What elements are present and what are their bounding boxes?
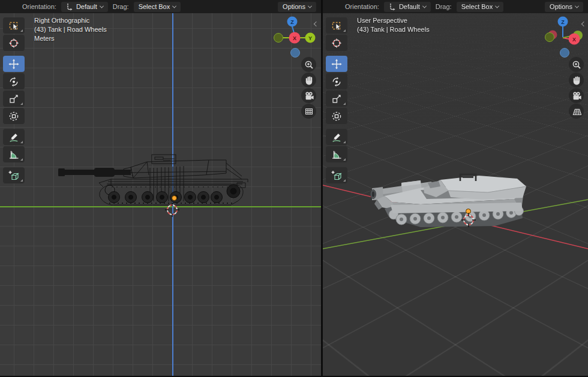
drag-label: Drag: — [436, 3, 452, 10]
viewport-info-text: Right Orthographic (43) Tank | Road Whee… — [34, 16, 107, 43]
rotate-tool-button[interactable] — [3, 73, 25, 89]
camera-view-button[interactable] — [301, 88, 316, 103]
chevron-down-icon — [422, 4, 427, 8]
annotate-tool-button[interactable] — [3, 129, 25, 145]
viewport-nav-buttons — [569, 57, 584, 119]
rotate-tool-button[interactable] — [326, 73, 347, 89]
add-cube-tool-button[interactable] — [3, 167, 25, 183]
cursor-tool-button[interactable] — [3, 35, 25, 51]
view-navigation-gizmo[interactable]: Z Y X — [270, 13, 319, 59]
svg-text:Z: Z — [290, 19, 294, 25]
view-navigation-gizmo[interactable]: Z X — [541, 13, 588, 59]
active-object-label: (43) Tank | Road Wheels — [357, 25, 430, 34]
gizmo-axis-y-negative — [274, 34, 283, 43]
chevron-down-icon — [575, 4, 579, 8]
object-origin-dot — [172, 195, 177, 201]
chevron-down-icon — [100, 4, 104, 8]
tool-shelf — [326, 17, 348, 183]
drag-label: Drag: — [113, 3, 129, 10]
projection-toggle-button[interactable] — [301, 104, 316, 119]
chevron-down-icon — [172, 4, 176, 8]
scale-tool-button[interactable] — [326, 91, 347, 107]
orientation-dropdown[interactable]: Default — [61, 2, 108, 12]
active-object-label: (43) Tank | Road Wheels — [34, 25, 107, 34]
gizmo-axis-x: X — [569, 34, 580, 45]
orientation-icon — [66, 3, 73, 11]
gizmo-axis-y-negative — [545, 33, 554, 42]
viewport-info-text: User Perspective (43) Tank | Road Wheels — [357, 16, 430, 34]
3d-cursor — [460, 212, 477, 228]
pan-button[interactable] — [569, 73, 584, 88]
pan-button[interactable] — [301, 73, 316, 88]
3d-cursor — [164, 201, 181, 218]
viewport-pane-perspective: User Perspective (43) Tank | Road Wheels… — [323, 0, 588, 376]
chevron-down-icon — [308, 4, 312, 8]
measure-tool-button[interactable] — [326, 146, 347, 162]
zoom-button[interactable] — [301, 57, 316, 72]
tank-solid-object[interactable] — [359, 163, 551, 230]
viewport-3d-perspective[interactable]: User Perspective (43) Tank | Road Wheels… — [323, 13, 588, 376]
svg-text:X: X — [293, 35, 296, 41]
gizmo-axis-z: Z — [287, 17, 298, 27]
orientation-label: Orientation: — [345, 3, 379, 10]
scale-tool-button[interactable] — [3, 91, 25, 107]
transform-tool-button[interactable] — [3, 108, 25, 124]
move-tool-button[interactable] — [326, 56, 347, 72]
view-name-label: Right Orthographic — [34, 16, 107, 25]
add-cube-tool-button[interactable] — [326, 167, 347, 183]
move-tool-button[interactable] — [3, 56, 25, 72]
tool-shelf — [3, 17, 25, 183]
select-box-tool-button[interactable] — [326, 17, 347, 34]
measure-tool-button[interactable] — [3, 146, 25, 162]
gizmo-axis-x: X — [289, 32, 301, 44]
tank-wireframe-object[interactable] — [54, 151, 255, 211]
camera-view-button[interactable] — [569, 88, 584, 103]
projection-toggle-button[interactable] — [569, 104, 584, 119]
view-name-label: User Perspective — [357, 16, 430, 25]
svg-text:Y: Y — [308, 35, 312, 41]
drag-dropdown[interactable]: Select Box — [457, 2, 504, 12]
drag-dropdown[interactable]: Select Box — [134, 2, 181, 12]
zoom-button[interactable] — [569, 57, 584, 72]
options-dropdown[interactable]: Options — [278, 2, 316, 12]
cursor-tool-button[interactable] — [326, 35, 347, 51]
gizmo-axis-z: Z — [558, 17, 568, 27]
gizmo-axis-y: Y — [305, 33, 316, 43]
svg-text:Z: Z — [561, 19, 565, 25]
options-dropdown[interactable]: Options — [545, 2, 583, 12]
viewport-nav-buttons — [301, 57, 316, 119]
chevron-down-icon — [495, 4, 499, 8]
viewport-header: Orientation: Default Drag: Select Box Op… — [0, 0, 321, 13]
viewport-pane-orthographic: Right Orthographic (43) Tank | Road Whee… — [0, 0, 321, 376]
orientation-label: Orientation: — [22, 3, 56, 10]
orientation-icon — [389, 3, 396, 11]
annotate-tool-button[interactable] — [326, 129, 347, 145]
viewport-header: Orientation: Default Drag: Select Box Op… — [323, 0, 588, 13]
gizmo-axis-z-negative — [291, 49, 300, 58]
svg-text:X: X — [572, 37, 576, 43]
orientation-dropdown[interactable]: Default — [384, 2, 431, 12]
viewport-3d-orthographic[interactable]: Right Orthographic (43) Tank | Road Whee… — [0, 13, 321, 376]
gizmo-axis-z-negative — [560, 49, 569, 58]
units-label: Meters — [34, 34, 107, 43]
transform-tool-button[interactable] — [326, 108, 347, 124]
select-box-tool-button[interactable] — [3, 17, 25, 34]
